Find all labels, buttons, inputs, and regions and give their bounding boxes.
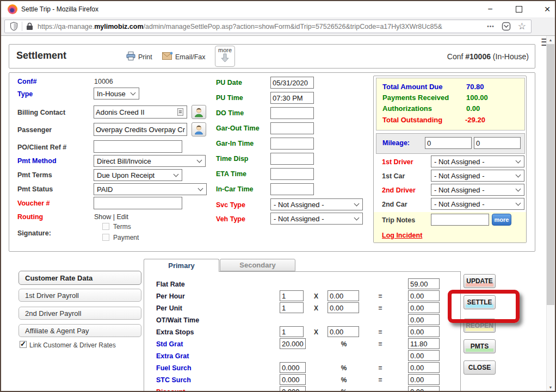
lock-icon[interactable]: [26, 22, 33, 30]
extra-stops-qty-input[interactable]: [280, 326, 304, 337]
svc-type-select[interactable]: - Not Assigned -: [270, 198, 363, 210]
pmt-terms-select[interactable]: Due Upon Receipt: [94, 169, 182, 181]
pmt-method-select[interactable]: Direct Bill/Invoice: [94, 155, 206, 167]
per-hour-rate-input[interactable]: [328, 290, 359, 301]
second-driver-value: - Not Assigned -: [434, 186, 485, 194]
billing-contact-lookup-button[interactable]: [191, 105, 206, 119]
per-hour-qty-input[interactable]: [280, 290, 304, 301]
rate-label-per-unit: Per Unit: [156, 304, 182, 312]
stc-surch-total-input[interactable]: [408, 374, 440, 385]
type-select[interactable]: In-House: [94, 88, 139, 99]
extra-stops-rate-input[interactable]: [328, 326, 359, 337]
std-grat-total-input[interactable]: [408, 338, 440, 349]
do-time-input[interactable]: [270, 107, 314, 119]
passenger-input[interactable]: [94, 123, 187, 136]
maximize-button[interactable]: [506, 1, 532, 17]
second-car-label: 2nd Car: [382, 201, 407, 208]
gar-out-time-input[interactable]: [270, 122, 314, 134]
routing-edit-link[interactable]: Edit: [116, 213, 128, 221]
extra-grat-total-input[interactable]: [408, 350, 440, 361]
link-rates-checkbox[interactable]: [20, 341, 27, 348]
second-car-select[interactable]: - Not Assigned -: [431, 198, 524, 210]
trip-notes-input[interactable]: [431, 214, 489, 226]
voucher-input[interactable]: [94, 197, 182, 209]
header-more-button[interactable]: more: [215, 46, 235, 67]
reopen-strip: [466, 328, 493, 331]
per-hour-total-input[interactable]: [408, 290, 440, 301]
trip-notes-more-button[interactable]: more: [492, 214, 511, 226]
scroll-down-icon[interactable]: ▼: [547, 383, 554, 391]
pmts-strip: [466, 349, 493, 352]
update-button[interactable]: UPDATE: [464, 274, 496, 288]
page-scrollbar[interactable]: ▲ ▼: [546, 36, 555, 391]
contact-card-icon[interactable]: [177, 108, 183, 116]
first-car-select[interactable]: - Not Assigned -: [431, 170, 524, 182]
per-unit-rate-input[interactable]: [328, 302, 359, 313]
confirmation-number: Conf #10006 (In-House): [447, 52, 529, 61]
print-button[interactable]: Print: [138, 53, 152, 61]
in-car-time-input[interactable]: [270, 183, 314, 195]
tab-secondary-label: Secondary: [239, 261, 275, 269]
scroll-up-icon[interactable]: ▲: [547, 36, 554, 43]
second-driver-payroll-button[interactable]: 2nd Driver Payroll: [18, 307, 141, 320]
tab-primary[interactable]: Primary: [144, 259, 219, 272]
ot-wait-total-input[interactable]: [408, 314, 440, 325]
signature-terms-label: Terms: [113, 223, 131, 231]
conf-value: 10006: [94, 78, 113, 85]
pmt-status-select[interactable]: PAID: [94, 183, 207, 195]
print-icon[interactable]: [126, 52, 135, 60]
tab-secondary[interactable]: Secondary: [220, 259, 295, 271]
flat-rate-total-input[interactable]: [408, 278, 440, 289]
std-grat-pct-input[interactable]: [280, 338, 306, 349]
pocket-icon[interactable]: [502, 22, 511, 31]
billing-contact-input[interactable]: [94, 105, 187, 119]
first-driver-label: 1st Driver: [382, 158, 413, 166]
scrollbar-thumb[interactable]: [547, 44, 554, 305]
per-unit-qty-input[interactable]: [280, 302, 304, 313]
close-action-button[interactable]: CLOSE: [464, 360, 496, 375]
signature-payment-checkbox[interactable]: [102, 234, 109, 241]
pmts-button[interactable]: PMTS: [464, 339, 496, 353]
fuel-surch-pct-input[interactable]: [280, 362, 306, 373]
pu-time-input[interactable]: [270, 92, 314, 104]
close-button[interactable]: ×: [535, 1, 556, 17]
email-fax-icon[interactable]: [162, 52, 173, 60]
eta-time-input[interactable]: [270, 168, 314, 180]
stc-surch-percent-sign: %: [337, 376, 350, 384]
first-driver-select[interactable]: - Not Assigned -: [431, 155, 524, 167]
first-driver-payroll-button[interactable]: 1st Driver Payroll: [18, 289, 141, 302]
close-strip: [466, 370, 493, 373]
per-unit-total-input[interactable]: [408, 302, 440, 313]
url-text[interactable]: https://qa-manage.mylimobiz.com/admin/ma…: [38, 23, 483, 30]
stc-surch-pct-input[interactable]: [280, 374, 306, 385]
routing-show-link[interactable]: Show: [94, 213, 111, 221]
rate-label-fuel-surch: Fuel Surch: [156, 364, 191, 372]
time-disp-input[interactable]: [270, 153, 314, 165]
discount-total-input[interactable]: [408, 386, 440, 392]
customer-rate-data-button[interactable]: Customer Rate Data: [18, 271, 141, 285]
mileage-end-input[interactable]: [474, 137, 521, 149]
fuel-surch-total-input[interactable]: [408, 362, 440, 373]
veh-type-label: Veh Type: [216, 215, 245, 223]
pu-date-input[interactable]: [270, 77, 314, 89]
passenger-lookup-button[interactable]: [191, 122, 206, 136]
page-actions-ellipsis-icon[interactable]: •••: [487, 23, 495, 29]
email-fax-button[interactable]: Email/Fax: [175, 53, 206, 61]
discount-pct-input[interactable]: [280, 386, 306, 392]
payments-received-value: 100.00: [466, 94, 488, 102]
gar-in-time-input[interactable]: [270, 138, 314, 150]
affiliate-agent-pay-button[interactable]: Affiliate & Agent Pay: [18, 324, 141, 337]
bookmark-star-icon[interactable]: ☆: [518, 21, 526, 32]
log-incident-link[interactable]: Log Incident: [382, 232, 422, 239]
update-strip: [466, 283, 493, 287]
extra-stops-total-input[interactable]: [408, 326, 440, 337]
url-bar[interactable]: https://qa-manage.mylimobiz.com/admin/ma…: [4, 20, 532, 33]
tracking-protection-shield-icon[interactable]: [10, 22, 18, 31]
po-client-ref-input[interactable]: [94, 140, 182, 153]
minimize-button[interactable]: −: [478, 1, 503, 17]
title-bar: Settle Trip - Mozilla Firefox − ×: [1, 1, 555, 17]
veh-type-select[interactable]: - Not Assigned -: [270, 213, 363, 225]
mileage-start-input[interactable]: [425, 137, 472, 149]
signature-terms-checkbox[interactable]: [102, 223, 109, 230]
second-driver-select[interactable]: - Not Assigned -: [431, 184, 524, 196]
